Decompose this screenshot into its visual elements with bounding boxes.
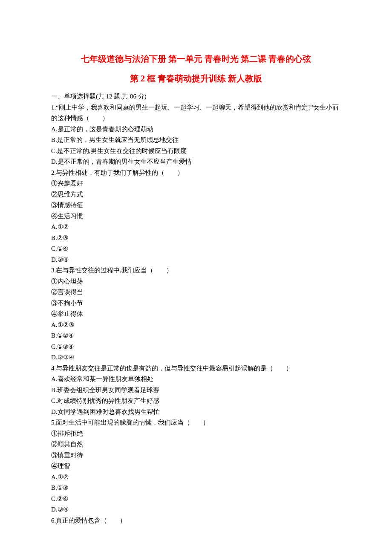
question-subitem: ④举止得体 [51, 309, 341, 320]
question-stem: 4.与异性朋友交往是正常的也是有益的，但与导性交往中最容易引起误解的是（ ） [51, 363, 341, 374]
question-option: D.女同学遇到困难时总喜欢找男生帮忙 [51, 407, 341, 418]
question-option: B.①③ [51, 483, 341, 494]
question-option: D.②③④ [51, 352, 341, 363]
question-subitem: ②言谈得当 [51, 287, 341, 298]
question-option: B.是正常的，男生女生就应当无所顾忌地交往 [51, 135, 341, 146]
question-option: C.①④ [51, 243, 341, 254]
title-line-2: 第 2 框 青春萌动提升训练 新人教版 [51, 71, 341, 86]
question-option: A.①② [51, 472, 341, 483]
section-header: 一、单项选择题(共 12 题,共 86 分) [51, 91, 341, 102]
question-subitem: ②思维方式 [51, 189, 341, 200]
title-line-1: 七年级道德与法治下册 第一单元 青春时光 第二课 青春的心弦 [51, 51, 341, 66]
question-subitem: ③慎重对待 [51, 450, 341, 461]
question-option: D.③④ [51, 254, 341, 266]
question-subitem: ③情感特征 [51, 200, 341, 211]
question-stem: 3.在与异性交往的过程中,我们应当（ ） [51, 265, 341, 276]
question-subitem: ④理智 [51, 461, 341, 472]
question-option: B.②③ [51, 233, 341, 244]
question-option: D.③④ [51, 504, 341, 515]
document-page: 七年级道德与法治下册 第一单元 青春时光 第二课 青春的心弦 第 2 框 青春萌… [0, 0, 392, 555]
question-option: A.是正常的，这是青春期的心理萌动 [51, 124, 341, 135]
question-option: C.是不正常的,男生女生在交往的时候应当有限度 [51, 146, 341, 157]
question-option: D.是不正常的，青春期的男生女生不应当产生爱情 [51, 156, 341, 168]
question-option: C.①③④ [51, 341, 341, 353]
question-subitem: ①兴趣爱好 [51, 178, 341, 189]
question-option: B.班委会组织全班男女同学观看足球赛 [51, 385, 341, 396]
question-stem: 2.与异性相处，有助于我们了解异性的（ ） [51, 168, 341, 179]
question-option: B.①②④ [51, 330, 341, 341]
question-option: A.喜欢经常和某一异性朋友单独相处 [51, 374, 341, 385]
question-stem: 1.“刚上中学，我喜欢和同桌的男生一起玩、一起学习、一起聊天，希望得到他的欣赏和… [51, 102, 341, 124]
question-option: C.对成绩特别优秀的异性朋友产生好感 [51, 396, 341, 407]
question-stem: 5.面对生活中可能出现的朦胧的情愫，我们应当（ ） [51, 417, 341, 428]
question-option: A.①②③ [51, 320, 341, 331]
question-subitem: ①内心坦荡 [51, 276, 341, 287]
question-subitem: ③不拘小节 [51, 298, 341, 309]
document-body: 一、单项选择题(共 12 题,共 86 分) 1.“刚上中学，我喜欢和同桌的男生… [51, 91, 341, 526]
question-option: C.②④ [51, 494, 341, 505]
question-option: A.①② [51, 222, 341, 233]
question-subitem: ④生活习惯 [51, 211, 341, 222]
question-subitem: ①排斥拒绝 [51, 428, 341, 439]
question-stem: 6.真正的爱情包含（ ） [51, 515, 341, 526]
question-subitem: ②顺其自然 [51, 439, 341, 450]
